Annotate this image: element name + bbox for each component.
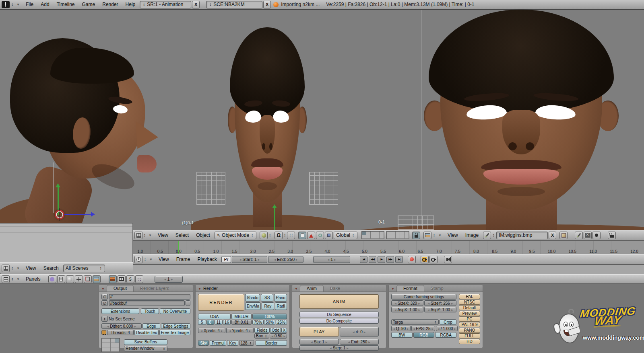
- premul-button[interactable]: Premul: [210, 340, 226, 346]
- screen-selector[interactable]: SR:1 - Animation: [140, 1, 191, 8]
- game-framing-button[interactable]: Game framing settings: [391, 294, 456, 300]
- menu-item[interactable]: Help: [122, 2, 139, 7]
- next-frame-icon[interactable]: ▶▶: [386, 256, 394, 263]
- orientation-selector[interactable]: Global: [334, 232, 357, 239]
- backbuf-path-field[interactable]: //backbuf: [109, 300, 185, 306]
- start-frame-field[interactable]: Start: 1: [232, 256, 267, 263]
- yparts-field[interactable]: Yparts: 4: [226, 328, 254, 333]
- menu-item[interactable]: Game: [78, 2, 99, 7]
- save-buffers-button[interactable]: Save Buffers: [124, 339, 167, 345]
- menu-item[interactable]: View: [22, 265, 40, 271]
- record-icon[interactable]: [592, 232, 601, 239]
- pivot-center-icon[interactable]: ∷: [287, 232, 295, 239]
- object-context-icon[interactable]: [75, 275, 83, 283]
- 3d-viewport[interactable]: (1)0-1 0-1: [0, 10, 644, 230]
- scene-stepper-icon[interactable]: [101, 316, 108, 322]
- x-axis-arrow[interactable]: [64, 214, 93, 215]
- free-tex-image-button[interactable]: Free Tex Image: [159, 330, 190, 335]
- xparts-field[interactable]: Xparts: 4: [198, 328, 225, 333]
- sky-button[interactable]: Sky: [198, 340, 209, 346]
- osa-16[interactable]: 16: [223, 320, 231, 325]
- extensions-button[interactable]: Extensions: [101, 308, 139, 314]
- scene-context-icon[interactable]: [93, 275, 101, 283]
- manipulator-rotate-icon[interactable]: [316, 232, 324, 239]
- stepper-icon[interactable]: [10, 267, 14, 270]
- tab-anim[interactable]: Anim: [300, 285, 324, 291]
- stepper-icon[interactable]: [10, 277, 14, 281]
- editor-type-icon[interactable]: [2, 265, 10, 272]
- osa-8[interactable]: 8: [206, 320, 215, 325]
- key-button[interactable]: Key: [227, 340, 238, 346]
- render-subcontext-icon[interactable]: [109, 275, 117, 283]
- fps-base-field[interactable]: / 1.000: [436, 326, 458, 331]
- threads-icon[interactable]: [101, 330, 106, 335]
- speaker-icon[interactable]: [444, 256, 452, 263]
- step-field[interactable]: Step: 1: [299, 345, 379, 351]
- editing-context-icon[interactable]: [84, 275, 92, 283]
- stepper-icon[interactable]: [143, 234, 146, 237]
- paint-icon[interactable]: [575, 232, 583, 239]
- fps-field[interactable]: FPS: 25: [411, 326, 435, 331]
- collapse-triangle-icon[interactable]: ▼: [15, 3, 21, 6]
- disable-tex-button[interactable]: Disable Tex: [134, 330, 159, 335]
- pivot-icon[interactable]: Ω: [275, 232, 283, 239]
- size-button[interactable]: 25%: [276, 320, 287, 325]
- edge-settings-button[interactable]: Edge Settings: [161, 323, 190, 329]
- jump-end-icon[interactable]: ▶|: [395, 256, 403, 263]
- z-axis-arrow[interactable]: [274, 207, 275, 230]
- render-toggle[interactable]: Ray: [262, 302, 274, 310]
- file-select-icon[interactable]: ∅: [101, 300, 108, 306]
- shading-context-icon[interactable]: [66, 275, 74, 283]
- touch-button[interactable]: Touch: [141, 308, 159, 314]
- menu-item[interactable]: View: [155, 257, 173, 262]
- record-button[interactable]: [408, 256, 416, 263]
- do-sequence-button[interactable]: Do Sequence: [299, 312, 379, 317]
- osa-button[interactable]: OSA: [198, 314, 231, 319]
- menu-item[interactable]: Object: [192, 232, 214, 238]
- quality-field[interactable]: Q: 90: [391, 326, 411, 331]
- script-context-icon[interactable]: [57, 275, 65, 283]
- tab-bake[interactable]: Bake: [324, 285, 347, 291]
- stepper-icon[interactable]: [432, 234, 436, 237]
- menu-item[interactable]: Select: [172, 232, 192, 238]
- crop-button[interactable]: Crop: [440, 319, 456, 325]
- 3d-cursor[interactable]: [55, 210, 64, 220]
- logic-context-icon[interactable]: [48, 275, 56, 283]
- collapse-triangle-icon[interactable]: ▼: [390, 287, 396, 291]
- menu-item[interactable]: Timeline: [53, 2, 78, 7]
- play-icon[interactable]: ▶: [378, 256, 385, 263]
- tab-stamp[interactable]: Stamp: [424, 285, 450, 291]
- editor-type-icon[interactable]: [134, 232, 142, 239]
- pin-icon[interactable]: [483, 232, 491, 239]
- manipulator-translate-icon[interactable]: [307, 232, 315, 239]
- output-path-field[interactable]: //: [109, 294, 190, 300]
- threads-field[interactable]: Threads: 4: [107, 330, 134, 335]
- mode-selector[interactable]: ↖ Object Mode: [215, 232, 256, 239]
- size-100-button[interactable]: 100%: [252, 314, 287, 319]
- edge-button[interactable]: Edge: [142, 323, 160, 329]
- osa-5[interactable]: 5: [198, 320, 206, 325]
- sequencer-subcontext-icon[interactable]: [118, 275, 126, 283]
- preview-range-button[interactable]: Pr: [221, 256, 231, 263]
- anim-button[interactable]: ANIM: [299, 294, 379, 309]
- file-select-icon[interactable]: ∅: [101, 294, 108, 300]
- scene-selector[interactable]: SCE:NBA2KM: [206, 1, 262, 8]
- x-button[interactable]: X: [281, 328, 287, 333]
- render-toggle[interactable]: EnvMa: [245, 302, 261, 310]
- jump-start-icon[interactable]: |◀: [360, 256, 367, 263]
- render-toggle[interactable]: Shado: [245, 294, 260, 302]
- manipulator-hand-icon[interactable]: [298, 232, 306, 239]
- editor-type-icon[interactable]: [134, 256, 142, 263]
- layer-buttons[interactable]: [386, 231, 409, 239]
- mblur-button[interactable]: MBLUR: [231, 314, 252, 319]
- close-icon[interactable]: X: [263, 1, 271, 8]
- collapse-triangle-icon[interactable]: ▼: [15, 277, 21, 281]
- tab-output[interactable]: Output: [107, 285, 134, 291]
- stepper-icon[interactable]: [492, 234, 495, 237]
- quad-split-buttons[interactable]: [101, 338, 120, 352]
- end-frame-field[interactable]: End: 250: [268, 256, 303, 263]
- editor-type-icon[interactable]: [2, 275, 10, 283]
- bits-selector[interactable]: 128: [239, 340, 254, 346]
- prev-frame-icon[interactable]: ◀◀: [369, 256, 376, 263]
- collapse-triangle-icon[interactable]: ▼: [294, 287, 300, 291]
